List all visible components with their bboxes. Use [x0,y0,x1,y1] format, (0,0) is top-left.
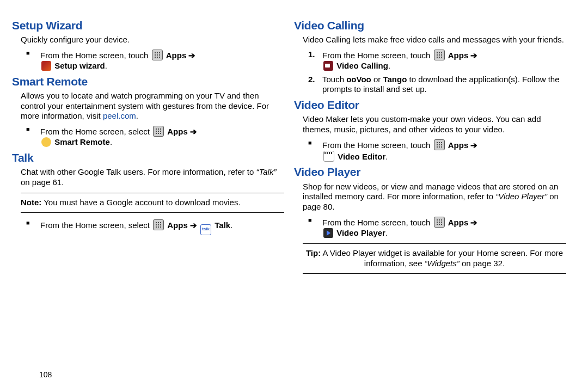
page-number: 108 [39,370,52,379]
bullet-icon: ■ [308,139,322,162]
heading-smart-remote: Smart Remote [12,75,284,89]
vcall-lead: Video Calling lets make free video calls… [303,35,566,45]
step-number: 2. [308,75,322,95]
remote-step: ■ From the Home screen, select Apps ➔ Sm… [26,126,284,148]
left-column: Setup Wizard Quickly configure your devi… [22,16,295,387]
heading-video-player: Video Player [294,165,566,179]
setup-lead: Quickly configure your device. [21,35,284,45]
heading-talk: Talk [12,151,284,165]
setup-wizard-icon [41,61,51,71]
video-player-icon [323,228,333,238]
talk-step-text: From the Home screen, select Apps ➔ talk… [40,219,284,235]
setup-step: ■ From the Home screen, touch Apps ➔ Set… [26,50,284,71]
talk-icon: talk [200,224,211,235]
peel-link[interactable]: peel.com [103,111,136,120]
vplay-lead: Shop for new videos, or view and manage … [303,182,566,212]
apps-icon [153,219,164,230]
vcall-step2: 2. Touch ooVoo or Tango to download the … [308,75,566,95]
heading-setup-wizard: Setup Wizard [12,19,284,33]
talk-step: ■ From the Home screen, select Apps ➔ ta… [26,219,284,235]
smart-remote-icon [41,137,51,147]
apps-icon [152,50,163,60]
vcall-step1: 1. From the Home screen, touch Apps ➔ Vi… [308,50,566,71]
vedit-lead: Video Maker lets you custom-make your ow… [303,114,566,135]
apps-icon [434,139,445,150]
manual-page: Setup Wizard Quickly configure your devi… [0,0,588,392]
remote-step-text: From the Home screen, select Apps ➔ Smar… [40,126,284,148]
bullet-icon: ■ [308,217,322,238]
video-calling-icon [323,61,333,71]
bullet-icon: ■ [26,50,40,71]
bullet-icon: ■ [26,126,40,148]
step-number: 1. [308,50,322,71]
heading-video-calling: Video Calling [294,19,566,33]
right-column: Video Calling Video Calling lets make fr… [295,16,577,387]
bullet-icon: ■ [26,219,40,235]
vplay-step: ■ From the Home screen, touch Apps ➔ Vid… [308,217,566,238]
talk-note: Note: You must have a Google account to … [21,193,284,213]
heading-video-editor: Video Editor [294,98,566,112]
video-editor-icon [323,151,334,162]
apps-icon [153,126,164,137]
vedit-step: ■ From the Home screen, touch Apps ➔ Vid… [308,139,566,162]
talk-lead: Chat with other Google Talk users. For m… [21,167,284,188]
remote-lead: Allows you to locate and watch programmi… [21,91,284,121]
apps-icon [434,50,445,60]
setup-step-text: From the Home screen, touch Apps ➔ Setup… [40,50,284,71]
apps-icon [434,217,445,228]
vplay-tip: Tip: A Video Player widget is available … [303,243,566,274]
